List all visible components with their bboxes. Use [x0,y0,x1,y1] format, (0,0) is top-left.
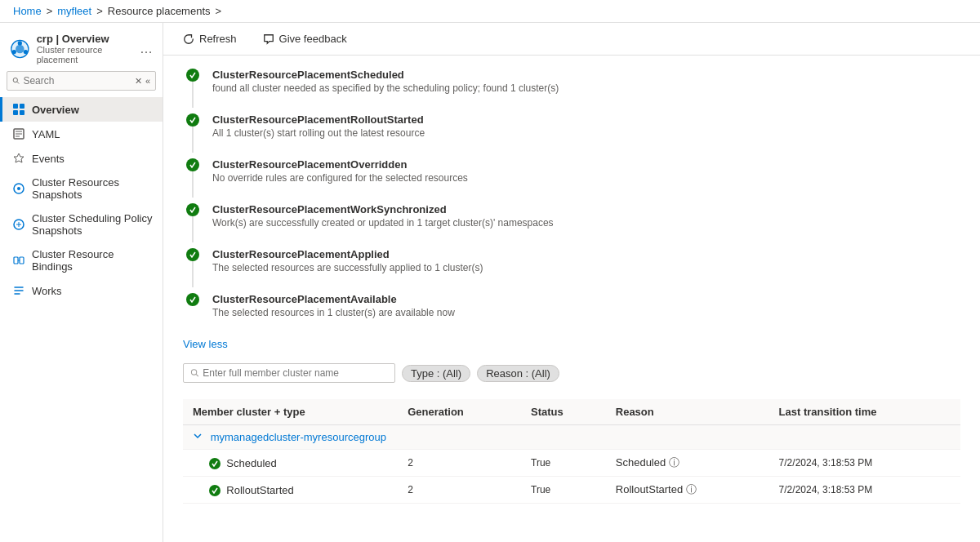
sidebar-header: crp | Overview Cluster resource placemen… [0,23,163,71]
svg-rect-9 [13,110,18,115]
row-status: True [521,477,606,504]
sidebar-item-cluster-resource-bindings[interactable]: Cluster Resource Bindings [0,242,163,278]
svg-rect-7 [13,104,18,109]
timeline-content: ClusterResourcePlacementOverridden No ov… [203,158,468,203]
reason-filter-tag[interactable]: Reason : (All) [477,365,559,382]
timeline-line [183,203,203,242]
timeline-line [183,113,203,153]
timeline-dot [186,69,199,82]
search-icon [12,76,20,86]
search-close-icon[interactable]: ✕ [135,76,142,87]
refresh-label: Refresh [199,33,237,45]
view-less-link[interactable]: View less [183,338,228,350]
table-container: Member cluster + type Generation Status … [183,399,960,504]
sidebar-item-cluster-resources-snapshots[interactable]: Cluster Resources Snapshots [0,171,163,207]
overview-icon [12,103,25,116]
timeline-connector [192,127,194,153]
sidebar-nav: Overview YAML Events Cluster Resources S… [0,97,163,303]
timeline-item-desc: The selected resources are successfully … [212,262,483,273]
breadcrumb-home[interactable]: Home [13,5,42,17]
breadcrumb-parent[interactable]: myfleet [57,5,91,17]
sidebar-item-works[interactable]: Works [0,278,163,303]
timeline-content: ClusterResourcePlacementRolloutStarted A… [203,113,425,158]
sidebar-search-input[interactable] [23,75,131,87]
cluster-group-row: mymanagedcluster-myresourcegroup [183,425,960,450]
timeline-item: ClusterResourcePlacementRolloutStarted A… [183,113,960,158]
timeline-item-desc: The selected resources in 1 cluster(s) a… [212,307,455,318]
type-filter-tag[interactable]: Type : (All) [402,365,470,382]
cluster-resources-snapshots-icon [12,182,25,195]
search-collapse-icon[interactable]: « [145,76,150,87]
sidebar-more-icon[interactable]: … [140,42,153,56]
svg-point-1 [16,44,24,53]
sidebar-item-cluster-scheduling-policy-snapshots[interactable]: Cluster Scheduling Policy Snapshots [0,207,163,242]
timeline-item: ClusterResourcePlacementOverridden No ov… [183,158,960,203]
feedback-button[interactable]: Give feedback [256,29,354,48]
table-body: mymanagedcluster-myresourcegroup Schedul… [183,425,960,504]
svg-rect-8 [20,104,24,109]
row-generation: 2 [398,477,521,504]
refresh-button[interactable]: Refresh [176,29,243,48]
timeline-dot [186,248,199,261]
svg-line-6 [17,82,19,83]
row-status: True [521,450,606,477]
timeline-item: ClusterResourcePlacementScheduled found … [183,69,960,113]
info-icon[interactable]: ⓘ [686,483,697,495]
timeline-container: ClusterResourcePlacementScheduled found … [183,69,960,338]
svg-point-16 [17,187,20,190]
sidebar-subtitle: Cluster resource placement [37,45,133,64]
table-section: Member cluster + type Generation Status … [183,399,960,504]
sidebar-search[interactable]: ✕ « [7,71,156,91]
sidebar-item-overview-label: Overview [32,104,79,116]
row-name-cell: Scheduled [183,450,398,477]
yaml-icon [12,127,25,140]
sidebar-item-yaml-label: YAML [32,128,60,140]
sidebar-item-events[interactable]: Events [0,146,163,171]
timeline-item-title: ClusterResourcePlacementWorkSynchronized [212,203,554,215]
sidebar-item-yaml[interactable]: YAML [0,122,163,146]
timeline-item-desc: Work(s) are successfully created or upda… [212,217,554,229]
refresh-icon [183,33,194,45]
row-generation: 2 [398,450,521,477]
events-icon [12,152,25,165]
timeline-line [183,69,203,108]
cluster-group-cell: mymanagedcluster-myresourcegroup [183,425,960,450]
sidebar-item-scheduling-label: Cluster Scheduling Policy Snapshots [32,212,153,237]
col-generation: Generation [398,399,521,425]
col-member-cluster: Member cluster + type [183,399,398,425]
feedback-label: Give feedback [279,33,347,45]
timeline-item-title: ClusterResourcePlacementOverridden [212,158,468,171]
row-transition-time: 7/2/2024, 3:18:53 PM [769,477,960,504]
table-row: Scheduled 2 True Scheduled ⓘ 7/2/2024, 3… [183,450,960,477]
timeline-connector [192,261,194,287]
row-transition-time: 7/2/2024, 3:18:53 PM [769,450,960,477]
svg-rect-10 [20,110,24,115]
timeline-item-title: ClusterResourcePlacementApplied [212,248,483,260]
sidebar-item-overview[interactable]: Overview [0,97,163,122]
table-header: Member cluster + type Generation Status … [183,399,960,425]
timeline-dot [186,113,199,127]
table-row: RolloutStarted 2 True RolloutStarted ⓘ 7… [183,477,960,504]
cluster-group-name[interactable]: mymanagedcluster-myresourcegroup [211,431,386,443]
timeline-content: ClusterResourcePlacementWorkSynchronized… [203,203,554,248]
row-reason: RolloutStarted ⓘ [606,477,769,504]
timeline-item-title: ClusterResourcePlacementAvailable [212,293,455,305]
feedback-icon [263,33,274,45]
timeline-item-title: ClusterResourcePlacementRolloutStarted [212,113,425,126]
sidebar-item-bindings-label: Cluster Resource Bindings [32,248,153,273]
cluster-search[interactable] [183,363,395,383]
timeline-section: ClusterResourcePlacementScheduled found … [163,56,980,542]
svg-rect-19 [20,257,24,264]
collapse-icon[interactable] [193,431,206,443]
sidebar-item-events-label: Events [32,153,65,165]
timeline-content: ClusterResourcePlacementScheduled found … [203,69,559,113]
cluster-filter-input[interactable] [203,367,388,379]
timeline-dot [186,158,199,171]
breadcrumb: Home > myfleet > Resource placements > [0,0,980,23]
info-icon[interactable]: ⓘ [669,456,679,469]
row-name: Scheduled [226,457,276,469]
svg-point-3 [24,49,28,53]
timeline-line [183,293,203,306]
filter-search-icon [190,368,199,378]
timeline-connector [192,171,194,198]
